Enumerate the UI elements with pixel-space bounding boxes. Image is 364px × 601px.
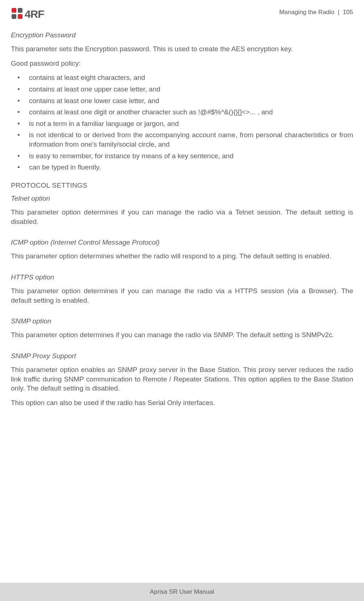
svg-rect-1	[18, 8, 22, 13]
telnet-heading: Telnet option	[11, 195, 353, 203]
https-heading: HTTPS option	[11, 273, 353, 281]
telnet-text: This parameter option determines if you …	[11, 208, 353, 226]
snmp-heading: SNMP option	[11, 317, 353, 325]
svg-rect-3	[18, 14, 22, 19]
snmp-proxy-text2: This option can also be used if the radi…	[11, 398, 353, 408]
snmp-proxy-heading: SNMP Proxy Support	[11, 352, 353, 360]
list-item: is not a term in a familiar language or …	[11, 119, 353, 128]
page-header: 4RF Managing the Radio | 105	[11, 7, 353, 21]
logo-text: 4RF	[25, 8, 44, 20]
icmp-heading: ICMP option (Internet Control Message Pr…	[11, 238, 353, 246]
list-item: contains at least one lower case letter,…	[11, 96, 353, 106]
page-footer: Aprisa SR User Manual	[0, 583, 364, 601]
list-item: is not identical to or derived from the …	[11, 130, 353, 149]
https-text: This parameter option determines if you …	[11, 286, 353, 305]
policy-bullets: contains at least eight characters, and …	[11, 73, 353, 172]
header-sep: |	[338, 9, 339, 16]
snmp-text: This parameter option determines if you …	[11, 330, 353, 340]
list-item: contains at least eight characters, and	[11, 73, 353, 82]
snmp-proxy-text1: This parameter option enables an SNMP pr…	[11, 365, 353, 393]
encryption-intro: This parameter sets the Encryption passw…	[11, 44, 353, 54]
list-item: can be typed in fluently.	[11, 163, 353, 172]
logo-icon	[11, 7, 23, 21]
list-item: is easy to remember, for instance by mea…	[11, 151, 353, 161]
header-page-number: 105	[343, 9, 353, 16]
icmp-text: This parameter option determines whether…	[11, 252, 353, 261]
protocol-settings-heading: PROTOCOL SETTINGS	[11, 181, 353, 189]
list-item: contains at least one digit or another c…	[11, 107, 353, 117]
header-section-page: Managing the Radio | 105	[279, 7, 353, 16]
header-section: Managing the Radio	[279, 9, 334, 16]
encryption-password-heading: Encryption Password	[11, 31, 353, 39]
logo: 4RF	[11, 7, 44, 21]
svg-rect-0	[12, 8, 16, 13]
svg-rect-2	[12, 14, 16, 19]
policy-label: Good password policy:	[11, 59, 353, 68]
list-item: contains at least one upper case letter,…	[11, 85, 353, 94]
footer-text: Aprisa SR User Manual	[150, 588, 214, 596]
